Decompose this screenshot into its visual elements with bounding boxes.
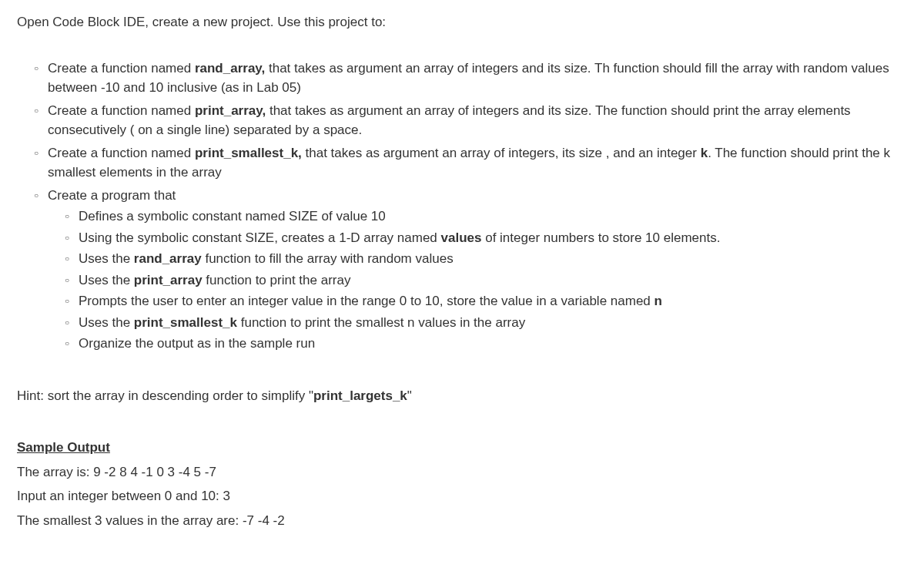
text: Create a function named: [48, 146, 195, 160]
requirements-list: Create a function named rand_array, that…: [17, 59, 907, 354]
text: Create a function named: [48, 61, 195, 76]
bold-text: print_smallest_k: [134, 315, 237, 330]
list-item: Uses the rand_array function to fill the…: [65, 249, 907, 269]
bold-text: values: [441, 230, 482, 245]
text: function to print the smallest n values …: [237, 315, 525, 330]
bold-text: print_array,: [195, 103, 266, 118]
hint-text: Hint: sort the array in descending order…: [17, 386, 907, 406]
sample-output-line: Input an integer between 0 and 10: 3: [17, 486, 907, 506]
text: function to print the array: [203, 273, 351, 287]
text: of integer numbers to store 10 elements.: [481, 230, 720, 245]
list-item: Create a program that Defines a symbolic…: [34, 186, 907, 354]
intro-text: Open Code Block IDE, create a new projec…: [17, 12, 907, 32]
bold-text: print_smallest_k,: [195, 146, 302, 160]
bold-text: rand_array,: [195, 61, 265, 76]
list-item: Create a function named rand_array, that…: [34, 59, 907, 98]
list-item: Uses the print_smallest_k function to pr…: [65, 313, 907, 333]
text: Create a function named: [48, 103, 195, 118]
text: Defines a symbolic constant named SIZE o…: [79, 209, 386, 223]
text: ": [407, 388, 412, 403]
list-item: Using the symbolic constant SIZE, create…: [65, 228, 907, 248]
sample-output-line: The array is: 9 -2 8 4 -1 0 3 -4 5 -7: [17, 462, 907, 482]
text: Uses the: [79, 251, 134, 266]
bold-text: k: [701, 146, 708, 160]
list-item: Uses the print_array function to print t…: [65, 271, 907, 291]
text: Using the symbolic constant SIZE, create…: [79, 230, 441, 245]
list-item: Create a function named print_array, tha…: [34, 101, 907, 140]
text: Uses the: [79, 273, 134, 287]
sample-output-heading: Sample Output: [17, 438, 907, 458]
text: Uses the: [79, 315, 134, 330]
text: that takes as argument an array of integ…: [302, 146, 701, 160]
bold-text: print_largets_k: [313, 388, 407, 403]
text: Prompts the user to enter an integer val…: [79, 294, 654, 308]
bold-text: n: [654, 294, 662, 308]
list-item: Defines a symbolic constant named SIZE o…: [65, 207, 907, 227]
bold-text: print_array: [134, 273, 203, 287]
bold-text: rand_array: [134, 251, 202, 266]
sample-output-line: The smallest 3 values in the array are: …: [17, 511, 907, 531]
text: Create a program that: [48, 188, 176, 203]
list-item: Prompts the user to enter an integer val…: [65, 291, 907, 311]
text: function to fill the array with random v…: [202, 251, 454, 266]
text: Hint: sort the array in descending order…: [17, 388, 313, 403]
list-item: Organize the output as in the sample run: [65, 334, 907, 354]
sub-list: Defines a symbolic constant named SIZE o…: [48, 207, 907, 354]
text: Organize the output as in the sample run: [79, 336, 315, 351]
list-item: Create a function named print_smallest_k…: [34, 143, 907, 183]
